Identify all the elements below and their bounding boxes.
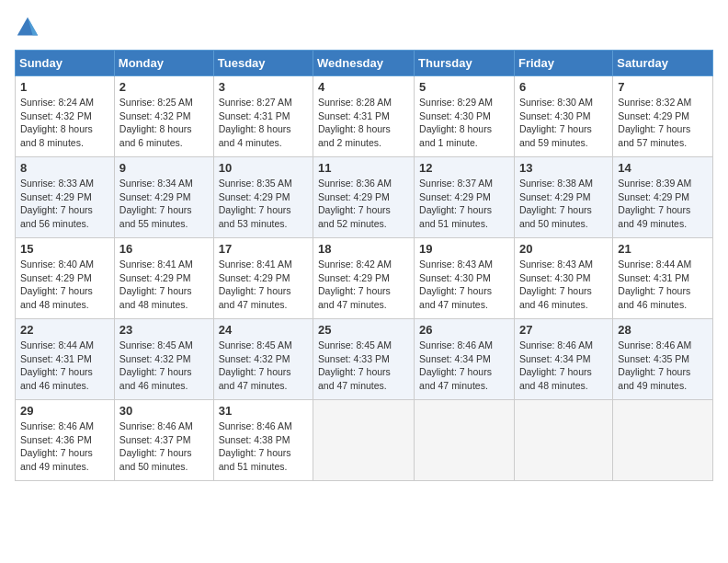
day-number: 14 bbox=[618, 161, 708, 175]
day-number: 26 bbox=[419, 323, 509, 337]
day-info: Sunrise: 8:43 AM Sunset: 4:30 PM Dayligh… bbox=[419, 258, 509, 312]
day-info: Sunrise: 8:43 AM Sunset: 4:30 PM Dayligh… bbox=[519, 258, 608, 312]
weekday-header-sunday: Sunday bbox=[16, 51, 115, 76]
day-number: 3 bbox=[219, 80, 308, 94]
calendar-cell: 1Sunrise: 8:24 AM Sunset: 4:32 PM Daylig… bbox=[16, 76, 115, 157]
day-info: Sunrise: 8:24 AM Sunset: 4:32 PM Dayligh… bbox=[20, 96, 109, 150]
day-info: Sunrise: 8:29 AM Sunset: 4:30 PM Dayligh… bbox=[419, 96, 509, 150]
week-row-5: 29Sunrise: 8:46 AM Sunset: 4:36 PM Dayli… bbox=[16, 400, 713, 481]
calendar-cell: 7Sunrise: 8:32 AM Sunset: 4:29 PM Daylig… bbox=[613, 76, 713, 157]
day-number: 7 bbox=[618, 80, 708, 94]
calendar-cell: 5Sunrise: 8:29 AM Sunset: 4:30 PM Daylig… bbox=[415, 76, 515, 157]
day-number: 16 bbox=[119, 242, 209, 256]
weekday-header-monday: Monday bbox=[114, 51, 213, 76]
day-info: Sunrise: 8:40 AM Sunset: 4:29 PM Dayligh… bbox=[20, 258, 109, 312]
day-number: 23 bbox=[119, 323, 209, 337]
calendar-cell: 12Sunrise: 8:37 AM Sunset: 4:29 PM Dayli… bbox=[415, 157, 515, 238]
week-row-1: 1Sunrise: 8:24 AM Sunset: 4:32 PM Daylig… bbox=[16, 76, 713, 157]
day-number: 10 bbox=[219, 161, 308, 175]
calendar-cell: 13Sunrise: 8:38 AM Sunset: 4:29 PM Dayli… bbox=[514, 157, 612, 238]
week-row-3: 15Sunrise: 8:40 AM Sunset: 4:29 PM Dayli… bbox=[16, 238, 713, 319]
calendar-cell: 2Sunrise: 8:25 AM Sunset: 4:32 PM Daylig… bbox=[114, 76, 213, 157]
day-number: 1 bbox=[20, 80, 109, 94]
calendar-cell: 8Sunrise: 8:33 AM Sunset: 4:29 PM Daylig… bbox=[16, 157, 115, 238]
day-number: 12 bbox=[419, 161, 509, 175]
day-info: Sunrise: 8:44 AM Sunset: 4:31 PM Dayligh… bbox=[618, 258, 708, 312]
calendar-cell: 27Sunrise: 8:46 AM Sunset: 4:34 PM Dayli… bbox=[514, 319, 612, 400]
day-info: Sunrise: 8:46 AM Sunset: 4:38 PM Dayligh… bbox=[219, 419, 308, 474]
calendar-cell: 14Sunrise: 8:39 AM Sunset: 4:29 PM Dayli… bbox=[613, 157, 713, 238]
week-row-2: 8Sunrise: 8:33 AM Sunset: 4:29 PM Daylig… bbox=[16, 157, 713, 238]
logo-icon bbox=[15, 15, 40, 40]
calendar-cell: 11Sunrise: 8:36 AM Sunset: 4:29 PM Dayli… bbox=[313, 157, 415, 238]
day-number: 27 bbox=[519, 323, 608, 337]
day-info: Sunrise: 8:41 AM Sunset: 4:29 PM Dayligh… bbox=[219, 258, 308, 312]
calendar-cell bbox=[613, 400, 713, 481]
day-number: 30 bbox=[119, 404, 209, 418]
day-number: 6 bbox=[519, 80, 608, 94]
day-info: Sunrise: 8:32 AM Sunset: 4:29 PM Dayligh… bbox=[618, 96, 708, 150]
weekday-row: SundayMondayTuesdayWednesdayThursdayFrid… bbox=[16, 51, 713, 76]
day-number: 28 bbox=[618, 323, 708, 337]
day-number: 15 bbox=[20, 242, 109, 256]
calendar-cell: 29Sunrise: 8:46 AM Sunset: 4:36 PM Dayli… bbox=[16, 400, 115, 481]
calendar-cell: 21Sunrise: 8:44 AM Sunset: 4:31 PM Dayli… bbox=[613, 238, 713, 319]
calendar-cell: 24Sunrise: 8:45 AM Sunset: 4:32 PM Dayli… bbox=[213, 319, 313, 400]
calendar-cell: 28Sunrise: 8:46 AM Sunset: 4:35 PM Dayli… bbox=[613, 319, 713, 400]
day-info: Sunrise: 8:33 AM Sunset: 4:29 PM Dayligh… bbox=[20, 177, 109, 231]
day-info: Sunrise: 8:34 AM Sunset: 4:29 PM Dayligh… bbox=[119, 177, 209, 231]
calendar-cell: 19Sunrise: 8:43 AM Sunset: 4:30 PM Dayli… bbox=[415, 238, 515, 319]
day-number: 17 bbox=[219, 242, 308, 256]
day-info: Sunrise: 8:44 AM Sunset: 4:31 PM Dayligh… bbox=[20, 339, 109, 393]
day-number: 25 bbox=[318, 323, 409, 337]
calendar-cell: 6Sunrise: 8:30 AM Sunset: 4:30 PM Daylig… bbox=[514, 76, 612, 157]
calendar-header: SundayMondayTuesdayWednesdayThursdayFrid… bbox=[16, 51, 713, 76]
day-number: 19 bbox=[419, 242, 509, 256]
weekday-header-wednesday: Wednesday bbox=[313, 51, 415, 76]
weekday-header-tuesday: Tuesday bbox=[213, 51, 313, 76]
day-number: 4 bbox=[318, 80, 409, 94]
day-number: 5 bbox=[419, 80, 509, 94]
calendar-cell: 30Sunrise: 8:46 AM Sunset: 4:37 PM Dayli… bbox=[114, 400, 213, 481]
day-number: 20 bbox=[519, 242, 608, 256]
calendar-cell: 18Sunrise: 8:42 AM Sunset: 4:29 PM Dayli… bbox=[313, 238, 415, 319]
day-number: 13 bbox=[519, 161, 608, 175]
day-info: Sunrise: 8:30 AM Sunset: 4:30 PM Dayligh… bbox=[519, 96, 608, 150]
day-number: 31 bbox=[219, 404, 308, 418]
calendar-cell: 17Sunrise: 8:41 AM Sunset: 4:29 PM Dayli… bbox=[213, 238, 313, 319]
calendar-cell: 10Sunrise: 8:35 AM Sunset: 4:29 PM Dayli… bbox=[213, 157, 313, 238]
day-info: Sunrise: 8:36 AM Sunset: 4:29 PM Dayligh… bbox=[318, 177, 409, 231]
day-info: Sunrise: 8:42 AM Sunset: 4:29 PM Dayligh… bbox=[318, 258, 409, 312]
day-number: 21 bbox=[618, 242, 708, 256]
day-info: Sunrise: 8:28 AM Sunset: 4:31 PM Dayligh… bbox=[318, 96, 409, 150]
day-number: 22 bbox=[20, 323, 109, 337]
calendar-cell: 26Sunrise: 8:46 AM Sunset: 4:34 PM Dayli… bbox=[415, 319, 515, 400]
calendar-cell: 25Sunrise: 8:45 AM Sunset: 4:33 PM Dayli… bbox=[313, 319, 415, 400]
calendar-cell: 16Sunrise: 8:41 AM Sunset: 4:29 PM Dayli… bbox=[114, 238, 213, 319]
calendar-cell: 15Sunrise: 8:40 AM Sunset: 4:29 PM Dayli… bbox=[16, 238, 115, 319]
day-number: 29 bbox=[20, 404, 109, 418]
day-info: Sunrise: 8:46 AM Sunset: 4:34 PM Dayligh… bbox=[419, 339, 509, 393]
day-info: Sunrise: 8:46 AM Sunset: 4:35 PM Dayligh… bbox=[618, 339, 708, 393]
day-info: Sunrise: 8:35 AM Sunset: 4:29 PM Dayligh… bbox=[219, 177, 308, 231]
weekday-header-saturday: Saturday bbox=[613, 51, 713, 76]
day-number: 18 bbox=[318, 242, 409, 256]
header bbox=[15, 15, 713, 40]
calendar-cell bbox=[415, 400, 515, 481]
page: SundayMondayTuesdayWednesdayThursdayFrid… bbox=[0, 0, 728, 563]
day-info: Sunrise: 8:25 AM Sunset: 4:32 PM Dayligh… bbox=[119, 96, 209, 150]
day-info: Sunrise: 8:39 AM Sunset: 4:29 PM Dayligh… bbox=[618, 177, 708, 231]
weekday-header-thursday: Thursday bbox=[415, 51, 515, 76]
calendar-cell: 31Sunrise: 8:46 AM Sunset: 4:38 PM Dayli… bbox=[213, 400, 313, 481]
day-info: Sunrise: 8:27 AM Sunset: 4:31 PM Dayligh… bbox=[219, 96, 308, 150]
day-number: 11 bbox=[318, 161, 409, 175]
day-info: Sunrise: 8:45 AM Sunset: 4:32 PM Dayligh… bbox=[219, 339, 308, 393]
day-info: Sunrise: 8:46 AM Sunset: 4:36 PM Dayligh… bbox=[20, 419, 109, 474]
calendar-cell bbox=[313, 400, 415, 481]
day-number: 9 bbox=[119, 161, 209, 175]
day-info: Sunrise: 8:45 AM Sunset: 4:33 PM Dayligh… bbox=[318, 339, 409, 393]
day-number: 8 bbox=[20, 161, 109, 175]
calendar-cell: 22Sunrise: 8:44 AM Sunset: 4:31 PM Dayli… bbox=[16, 319, 115, 400]
day-info: Sunrise: 8:46 AM Sunset: 4:37 PM Dayligh… bbox=[119, 419, 209, 474]
calendar-cell: 4Sunrise: 8:28 AM Sunset: 4:31 PM Daylig… bbox=[313, 76, 415, 157]
